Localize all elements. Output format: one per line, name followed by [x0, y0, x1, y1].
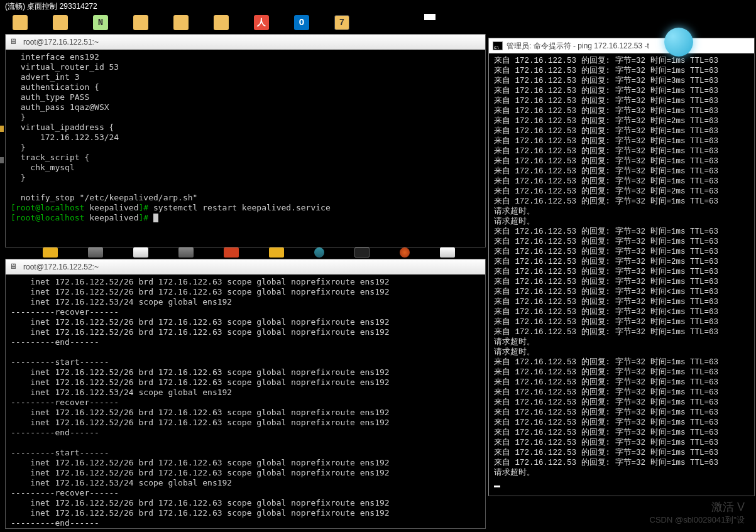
terminal2-titlebar[interactable]: root@172.16.122.52:~: [6, 259, 485, 274]
7zip-icon[interactable]: 7: [334, 15, 349, 30]
taskbar-app-icon[interactable]: [440, 247, 455, 258]
cmd-window[interactable]: 管理员: 命令提示符 - ping 172.16.122.53 -t 来自 17…: [488, 38, 755, 496]
terminal2-output[interactable]: inet 172.16.122.52/26 brd 172.16.122.63 …: [6, 274, 485, 531]
taskbar-app-icon[interactable]: [354, 247, 370, 258]
cmd-titlebar[interactable]: 管理员: 命令提示符 - ping 172.16.122.53 -t: [489, 38, 754, 53]
folder-icon[interactable]: [173, 15, 189, 30]
putty-icon: [9, 262, 19, 272]
watermark: 激活 V CSDN @sbl0029041到"设: [650, 499, 745, 526]
terminal1-title: root@172.16.122.51:~: [23, 38, 99, 46]
remote-desktop-taskbar: N 人 O 7: [0, 13, 756, 33]
folder-icon[interactable]: [214, 15, 229, 30]
terminal2-title: root@172.16.122.52:~: [23, 263, 99, 271]
ssh-terminal-2[interactable]: root@172.16.122.52:~ inet 172.16.122.52/…: [5, 259, 486, 529]
taskbar-app-icon[interactable]: [88, 247, 103, 258]
outlook-icon[interactable]: O: [294, 15, 309, 30]
watermark-line1: 激活 V: [650, 499, 745, 514]
pdf-icon[interactable]: 人: [254, 15, 269, 30]
assistant-badge-icon[interactable]: [664, 28, 693, 57]
notepad-icon[interactable]: N: [93, 15, 108, 30]
taskbar-app-icon[interactable]: [269, 247, 284, 258]
taskbar-middle-row: [5, 247, 486, 260]
taskbar-app-icon[interactable]: [224, 247, 239, 258]
sidebar-decoration: [0, 126, 4, 201]
taskbar-app-icon[interactable]: [314, 247, 324, 258]
cmd-title: 管理员: 命令提示符 - ping 172.16.122.53 -t: [507, 41, 649, 52]
watermark-line2: CSDN @sbl0029041到"设: [650, 515, 745, 524]
taskbar-app-icon[interactable]: [133, 247, 148, 258]
ssh-terminal-1[interactable]: root@172.16.122.51:~ interface ens192 vi…: [5, 34, 486, 247]
cmd-output[interactable]: 来自 172.16.122.53 的回复: 字节=32 时间=1ms TTL=6…: [489, 53, 754, 491]
terminal1-titlebar[interactable]: root@172.16.122.51:~: [6, 35, 485, 50]
folder-icon[interactable]: [133, 15, 148, 30]
taskbar-dropdown-icon[interactable]: [424, 14, 436, 20]
cmd-icon: [493, 41, 503, 50]
remote-session-title: (流畅) 桌面控制 293314272: [0, 0, 756, 13]
taskbar-app-icon[interactable]: [400, 247, 410, 258]
taskbar-app-icon[interactable]: [178, 247, 194, 258]
folder-icon[interactable]: [13, 15, 28, 30]
terminal1-output[interactable]: interface ens192 virtual_router_id 53 ad…: [6, 50, 485, 225]
putty-icon: [9, 37, 19, 47]
folder-icon[interactable]: [53, 15, 68, 30]
taskbar-app-icon[interactable]: [43, 247, 58, 258]
